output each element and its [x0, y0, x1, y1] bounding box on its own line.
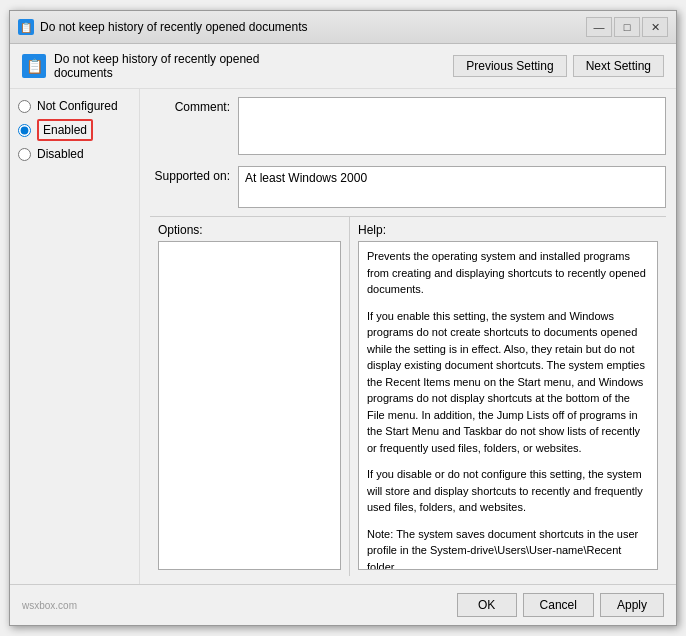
close-button[interactable]: ✕	[642, 17, 668, 37]
disabled-radio[interactable]	[18, 148, 31, 161]
help-section: Help: Prevents the operating system and …	[350, 217, 666, 576]
window-title: Do not keep history of recently opened d…	[40, 20, 308, 34]
header-title: Do not keep history of recently opened d…	[54, 52, 314, 80]
window-icon: 📋	[18, 19, 34, 35]
supported-value: At least Windows 2000	[245, 171, 367, 185]
footer: wsxbox.com OK Cancel Apply	[10, 584, 676, 625]
previous-setting-button[interactable]: Previous Setting	[453, 55, 566, 77]
not-configured-option[interactable]: Not Configured	[18, 99, 131, 113]
brand-label: wsxbox.com	[22, 600, 77, 611]
apply-button[interactable]: Apply	[600, 593, 664, 617]
title-bar-buttons: — □ ✕	[586, 17, 668, 37]
help-content: Prevents the operating system and instal…	[358, 241, 658, 570]
header-bar: 📋 Do not keep history of recently opened…	[10, 44, 676, 89]
ok-button[interactable]: OK	[457, 593, 517, 617]
title-bar: 📋 Do not keep history of recently opened…	[10, 11, 676, 44]
options-content	[158, 241, 341, 570]
supported-row: Supported on: At least Windows 2000	[150, 166, 666, 208]
comment-field-content	[238, 97, 666, 158]
left-panel: Not Configured Enabled Disabled	[10, 89, 140, 584]
comment-label: Comment:	[150, 97, 230, 114]
supported-field-content: At least Windows 2000	[238, 166, 666, 208]
main-window: 📋 Do not keep history of recently opened…	[9, 10, 677, 626]
options-section: Options:	[150, 217, 350, 576]
right-panel: Comment: Supported on: At least Windows …	[140, 89, 676, 584]
supported-box: At least Windows 2000	[238, 166, 666, 208]
maximize-button[interactable]: □	[614, 17, 640, 37]
supported-label: Supported on:	[150, 166, 230, 183]
enabled-radio[interactable]	[18, 124, 31, 137]
header-buttons: Previous Setting Next Setting	[453, 55, 664, 77]
cancel-button[interactable]: Cancel	[523, 593, 594, 617]
disabled-label: Disabled	[37, 147, 84, 161]
next-setting-button[interactable]: Next Setting	[573, 55, 664, 77]
not-configured-label: Not Configured	[37, 99, 118, 113]
help-title: Help:	[358, 223, 658, 237]
title-bar-left: 📋 Do not keep history of recently opened…	[18, 19, 308, 35]
comment-textarea[interactable]	[238, 97, 666, 155]
bottom-section: Options: Help: Prevents the operating sy…	[150, 216, 666, 576]
header-title-area: 📋 Do not keep history of recently opened…	[22, 52, 314, 80]
header-icon: 📋	[22, 54, 46, 78]
options-title: Options:	[158, 223, 341, 237]
enabled-option[interactable]: Enabled	[18, 119, 131, 141]
enabled-label: Enabled	[43, 123, 87, 137]
minimize-button[interactable]: —	[586, 17, 612, 37]
comment-row: Comment:	[150, 97, 666, 158]
disabled-option[interactable]: Disabled	[18, 147, 131, 161]
enabled-highlight: Enabled	[37, 119, 93, 141]
not-configured-radio[interactable]	[18, 100, 31, 113]
content-area: Not Configured Enabled Disabled Comment:	[10, 89, 676, 584]
